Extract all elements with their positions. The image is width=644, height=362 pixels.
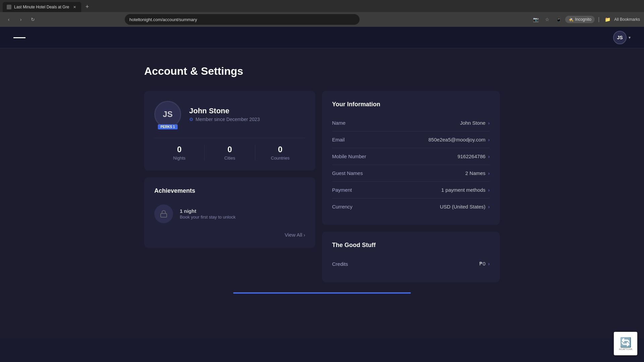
recaptcha-logo: 🔄 [619,337,632,348]
left-column: JS PERKS 1 John Stone ⚙ Member since Dec… [144,91,315,289]
credits-chevron-icon: › [488,261,490,266]
profile-info: John Stone ⚙ Member since December 2023 [189,107,260,122]
app-logo [13,33,27,42]
scroll-indicator [233,292,411,294]
member-since: ⚙ Member since December 2023 [189,117,260,122]
view-all-link[interactable]: View All › [154,227,305,238]
nights-label: Nights [158,156,201,161]
guest-names-chevron-icon: › [488,171,490,176]
cities-value: 0 [208,145,251,154]
countries-label: Countries [259,156,302,161]
countries-value: 0 [259,145,302,154]
email-label: Email [332,137,345,142]
currency-value-group: USD (United States) › [440,204,490,209]
good-stuff-card: The Good Stuff Credits ₱0 › [322,232,500,282]
user-menu[interactable]: JS ▾ [613,31,631,44]
achievement-icon [154,204,173,223]
your-information-title: Your Information [332,101,490,108]
tab-close-button[interactable]: ✕ [72,4,77,10]
address-bar[interactable]: hoteltonight.com/account/summary [125,14,360,25]
incognito-label: Incognito [575,17,591,22]
incognito-icon: 🕵 [569,17,574,22]
achievements-title: Achievements [154,187,305,194]
camera-icon[interactable]: 📷 [531,15,540,24]
bookmark-star-icon[interactable]: ☆ [542,15,552,24]
logo-dash [13,37,25,38]
active-tab[interactable]: Last Minute Hotel Deals at Gre ✕ [3,2,81,12]
cities-label: Cities [208,156,251,161]
name-value-group: John Stone › [460,120,490,126]
guest-names-value-group: 2 Names › [465,170,490,176]
achievements-card: Achievements 1 night Book your first sta… [144,177,315,248]
view-all-label: View All [285,232,302,238]
credits-row[interactable]: Credits ₱0 › [332,255,490,272]
tab-favicon [7,5,11,9]
email-chevron-icon: › [488,137,490,142]
perks-badge: PERKS 1 [158,124,178,129]
email-row[interactable]: Email 850e2ea5@moodjoy.com › [332,131,490,148]
payment-chevron-icon: › [488,187,490,193]
achievement-description: Book your first stay to unlock [180,215,235,220]
incognito-button[interactable]: 🕵 Incognito [565,16,595,23]
folder-icon[interactable]: 📁 [603,15,612,24]
guest-names-row[interactable]: Guest Names 2 Names › [332,165,490,182]
good-stuff-title: The Good Stuff [332,242,490,249]
profile-name: John Stone [189,107,260,115]
avatar[interactable]: JS [613,31,627,44]
countries-stat: 0 Countries [255,145,305,161]
guest-names-label: Guest Names [332,170,363,176]
credits-value-group: ₱0 › [479,261,490,267]
tab-title: Last Minute Hotel Deals at Gre [14,5,69,9]
name-value: John Stone [460,120,485,126]
avatar-initials: JS [163,110,172,119]
your-information-card: Your Information Name John Stone › Email… [322,91,500,225]
currency-label: Currency [332,204,353,209]
right-panel: Your Information Name John Stone › Email… [322,91,500,289]
currency-chevron-icon: › [488,204,490,209]
url-text: hoteltonight.com/account/summary [129,17,197,22]
achievement-text: 1 night Book your first stay to unlock [180,208,235,220]
lock-icon [160,210,168,218]
mobile-chevron-icon: › [488,154,490,159]
mobile-row[interactable]: Mobile Number 9162264786 › [332,148,490,165]
payment-label: Payment [332,187,352,193]
credits-label: Credits [332,261,348,267]
reload-button[interactable]: ↻ [28,15,38,24]
stats-row: 0 Nights 0 Cities 0 Countries [154,138,305,161]
mobile-label: Mobile Number [332,154,366,159]
chevron-down-icon: ▾ [629,35,631,40]
currency-row[interactable]: Currency USD (United States) › [332,198,490,215]
credits-value: ₱0 [479,261,485,267]
email-value: 850e2ea5@moodjoy.com [428,137,485,142]
page-content: JS ▾ Account & Settings JS PERKS 1 John … [0,27,644,339]
nights-stat: 0 Nights [154,145,204,161]
email-value-group: 850e2ea5@moodjoy.com › [428,137,490,142]
achievement-title: 1 night [180,208,235,214]
profile-avatar: JS PERKS 1 [154,101,181,128]
tab-bar: Last Minute Hotel Deals at Gre ✕ + [0,0,644,12]
payment-row[interactable]: Payment 1 payment methods › [332,182,490,198]
payment-value: 1 payment methods [441,187,486,193]
achievement-item: 1 night Book your first stay to unlock [154,201,305,227]
back-button[interactable]: ‹ [4,15,13,24]
view-all-chevron: › [304,232,305,238]
guest-names-value: 2 Names [465,170,485,176]
profile-card: JS PERKS 1 John Stone ⚙ Member since Dec… [144,91,315,171]
browser-chrome: Last Minute Hotel Deals at Gre ✕ + ‹ › ↻… [0,0,644,27]
device-icon[interactable]: 📱 [554,15,563,24]
name-row[interactable]: Name John Stone › [332,115,490,131]
currency-value: USD (United States) [440,204,485,209]
new-tab-button[interactable]: + [83,2,92,11]
mobile-value: 9162264786 [458,154,485,159]
recaptcha-text: reCAPTCHA [619,348,632,350]
main-content: Account & Settings JS PERKS 1 John Stone [138,48,506,307]
name-label: Name [332,120,345,126]
forward-button[interactable]: › [16,15,25,24]
mobile-value-group: 9162264786 › [458,154,490,159]
recaptcha-widget[interactable]: 🔄 reCAPTCHA [614,332,637,355]
name-chevron-icon: › [488,120,490,126]
browser-toolbar: ‹ › ↻ hoteltonight.com/account/summary 📷… [0,12,644,27]
nights-value: 0 [158,145,201,154]
cities-stat: 0 Cities [204,145,255,161]
content-grid: JS PERKS 1 John Stone ⚙ Member since Dec… [144,91,500,289]
